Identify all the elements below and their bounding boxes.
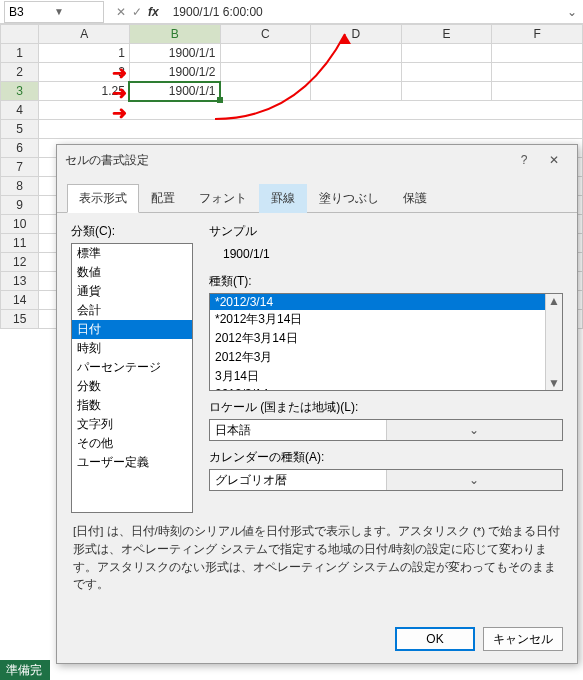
cell[interactable] [39, 101, 583, 120]
locale-value: 日本語 [210, 422, 386, 439]
list-item[interactable]: *2012年3月14日 [210, 310, 545, 329]
cell[interactable] [401, 63, 492, 82]
row-3[interactable]: 3 [1, 82, 39, 101]
cell[interactable] [220, 82, 311, 101]
calendar-label: カレンダーの種類(A): [209, 449, 563, 466]
col-A[interactable]: A [39, 25, 130, 44]
close-icon[interactable]: ✕ [539, 153, 569, 167]
fx-icon[interactable]: fx [148, 5, 159, 19]
chevron-down-icon[interactable]: ⌄ [386, 470, 563, 490]
description-text: [日付] は、日付/時刻のシリアル値を日付形式で表示します。アスタリスク (*)… [57, 513, 577, 604]
row-7[interactable]: 7 [1, 158, 39, 177]
cell[interactable] [401, 44, 492, 63]
row-9[interactable]: 9 [1, 196, 39, 215]
cell[interactable]: 2 [39, 63, 130, 82]
col-C[interactable]: C [220, 25, 311, 44]
chevron-down-icon[interactable]: ⌄ [386, 420, 563, 440]
cell[interactable] [492, 44, 583, 63]
list-item[interactable]: 文字列 [72, 415, 192, 434]
col-B[interactable]: B [129, 25, 220, 44]
row-14[interactable]: 14 [1, 291, 39, 310]
help-icon[interactable]: ? [509, 153, 539, 167]
category-list[interactable]: 標準 数値 通貨 会計 日付 時刻 パーセンテージ 分数 指数 文字列 その他 … [71, 243, 193, 513]
cell[interactable] [492, 82, 583, 101]
dialog-titlebar[interactable]: セルの書式設定 ? ✕ [57, 145, 577, 175]
list-item[interactable]: 標準 [72, 244, 192, 263]
col-F[interactable]: F [492, 25, 583, 44]
cell[interactable]: 1900/1/1 [129, 44, 220, 63]
cell[interactable]: 1900/1/2 [129, 63, 220, 82]
row-4[interactable]: 4 [1, 101, 39, 120]
list-item[interactable]: 分数 [72, 377, 192, 396]
tab-alignment[interactable]: 配置 [139, 184, 187, 213]
scroll-up-icon[interactable]: ▲ [548, 294, 560, 308]
list-item[interactable]: 通貨 [72, 282, 192, 301]
dialog-tabs: 表示形式 配置 フォント 罫線 塗りつぶし 保護 [57, 175, 577, 213]
select-all[interactable] [1, 25, 39, 44]
calendar-value: グレゴリオ暦 [210, 472, 386, 489]
list-item[interactable]: パーセンテージ [72, 358, 192, 377]
type-label: 種類(T): [209, 273, 563, 290]
type-list[interactable]: *2012/3/14 *2012年3月14日 2012年3月14日 2012年3… [209, 293, 563, 391]
format-cells-dialog: セルの書式設定 ? ✕ 表示形式 配置 フォント 罫線 塗りつぶし 保護 分類(… [56, 144, 578, 664]
list-item[interactable]: その他 [72, 434, 192, 453]
row-13[interactable]: 13 [1, 272, 39, 291]
cell[interactable] [311, 63, 402, 82]
cell[interactable] [492, 63, 583, 82]
sample-label: サンプル [209, 223, 563, 240]
cancel-button[interactable]: キャンセル [483, 627, 563, 651]
list-item[interactable]: 数値 [72, 263, 192, 282]
row-12[interactable]: 12 [1, 253, 39, 272]
list-item[interactable]: 2012年3月14日 [210, 329, 545, 348]
cell[interactable]: 1.25 [39, 82, 130, 101]
tab-fill[interactable]: 塗りつぶし [307, 184, 391, 213]
col-D[interactable]: D [311, 25, 402, 44]
row-11[interactable]: 11 [1, 234, 39, 253]
calendar-select[interactable]: グレゴリオ暦⌄ [209, 469, 563, 491]
locale-select[interactable]: 日本語⌄ [209, 419, 563, 441]
cell[interactable] [220, 63, 311, 82]
row-6[interactable]: 6 [1, 139, 39, 158]
tab-border[interactable]: 罫線 [259, 184, 307, 213]
row-15[interactable]: 15 [1, 310, 39, 329]
scroll-down-icon[interactable]: ▼ [548, 376, 560, 390]
row-10[interactable]: 10 [1, 215, 39, 234]
col-E[interactable]: E [401, 25, 492, 44]
cell[interactable] [220, 44, 311, 63]
tab-number[interactable]: 表示形式 [67, 184, 139, 213]
cell[interactable] [401, 82, 492, 101]
status-bar: 準備完 [0, 660, 50, 680]
category-label: 分類(C): [71, 223, 193, 240]
chevron-down-icon[interactable]: ▼ [54, 6, 99, 17]
name-box-value: B3 [9, 5, 54, 19]
tab-font[interactable]: フォント [187, 184, 259, 213]
cell[interactable] [311, 44, 402, 63]
formula-bar-row: B3 ▼ ✕ ✓ fx 1900/1/1 6:00:00 ⌄ [0, 0, 583, 24]
list-item[interactable]: 2012年3月 [210, 348, 545, 367]
scrollbar[interactable]: ▲▼ [545, 294, 562, 390]
row-8[interactable]: 8 [1, 177, 39, 196]
ok-button[interactable]: OK [395, 627, 475, 651]
list-item[interactable]: *2012/3/14 [210, 294, 545, 310]
list-item[interactable]: 時刻 [72, 339, 192, 358]
row-5[interactable]: 5 [1, 120, 39, 139]
list-item[interactable]: 日付 [72, 320, 192, 339]
cell[interactable] [311, 82, 402, 101]
formula-bar[interactable]: 1900/1/1 6:00:00 [167, 5, 561, 19]
row-2[interactable]: 2 [1, 63, 39, 82]
formula-icons: ✕ ✓ fx [108, 5, 167, 19]
list-item[interactable]: 3月14日 [210, 367, 545, 386]
list-item[interactable]: 2012/3/14 [210, 386, 545, 390]
list-item[interactable]: 会計 [72, 301, 192, 320]
list-item[interactable]: 指数 [72, 396, 192, 415]
row-1[interactable]: 1 [1, 44, 39, 63]
name-box[interactable]: B3 ▼ [4, 1, 104, 23]
cell[interactable] [39, 120, 583, 139]
expand-formula-icon[interactable]: ⌄ [561, 5, 583, 19]
cancel-icon[interactable]: ✕ [116, 5, 126, 19]
cell-selected[interactable]: 1900/1/1 [129, 82, 220, 101]
enter-icon[interactable]: ✓ [132, 5, 142, 19]
list-item[interactable]: ユーザー定義 [72, 453, 192, 472]
tab-protection[interactable]: 保護 [391, 184, 439, 213]
cell[interactable]: 1 [39, 44, 130, 63]
